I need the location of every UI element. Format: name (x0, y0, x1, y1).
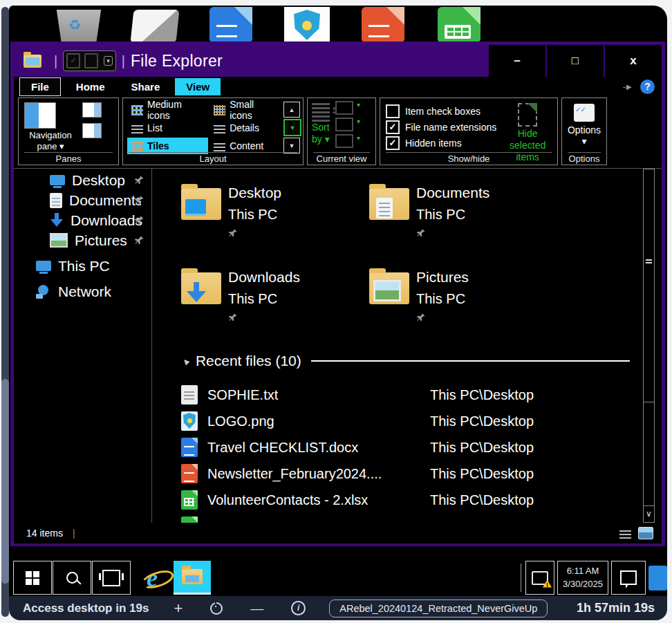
hidden-items-checkbox[interactable]: ✓ Hidden items (386, 135, 496, 151)
recent-files-header[interactable]: ▲ Recent files (10) (181, 350, 662, 372)
file-row[interactable]: Newsletter_February2024.... This PC\Desk… (181, 461, 662, 487)
sidebar-item-desktop[interactable]: Desktop (14, 170, 151, 190)
qat-properties-icon[interactable]: ✓ (66, 53, 80, 68)
sidebar-item-pictures[interactable]: Pictures (14, 230, 151, 250)
checkbox-icon[interactable] (386, 104, 400, 118)
countdown-label: Access desktop in 19s (23, 602, 149, 615)
pin-icon (416, 313, 426, 322)
layout-group-label: Layout (129, 152, 297, 164)
details-pane-icon[interactable] (82, 123, 102, 138)
file-row-partial[interactable] (181, 513, 662, 523)
power-button[interactable] (210, 602, 223, 615)
session-id-badge[interactable]: ARebel_20240124_Retracted_NeverGiveUp (329, 599, 548, 617)
folder-tile-documents[interactable]: Documents This PC (369, 178, 557, 248)
size-columns-icon[interactable] (335, 134, 353, 148)
tab-home[interactable]: Home (65, 78, 116, 95)
start-button[interactable] (13, 561, 52, 595)
layout-scroll-up-button[interactable]: ▲ (283, 102, 300, 118)
checkbox-icon[interactable]: ✓ (386, 136, 400, 150)
action-center-button[interactable] (611, 561, 646, 595)
sidebar-item-downloads[interactable]: Downloads (14, 210, 151, 230)
layout-small-icons[interactable]: Small icons (209, 102, 281, 118)
zoom-in-button[interactable]: + (174, 599, 183, 617)
maximize-button[interactable]: □ (547, 45, 604, 77)
panes-group-label: Panes (24, 152, 113, 164)
page-scrollbar-thumb[interactable] (1, 379, 9, 584)
list-scrollbar-thumb[interactable] (644, 169, 654, 402)
search-icon (66, 572, 78, 584)
file-row[interactable]: SOPHIE.txt This PC\Desktop (181, 382, 662, 408)
qat-newfolder-icon[interactable] (84, 53, 98, 68)
zoom-out-button[interactable]: — (250, 601, 263, 616)
hardware-warning-tray-icon[interactable] (525, 561, 554, 595)
tab-share[interactable]: Share (120, 78, 171, 95)
layout-more-button[interactable]: ▼ (283, 138, 300, 154)
tab-file[interactable]: File (19, 77, 61, 96)
folder-icon (369, 188, 409, 220)
sidebar-item-documents[interactable]: Documents (14, 190, 151, 210)
notepad-file-icon[interactable] (127, 7, 183, 43)
windows-logo-icon (26, 571, 39, 585)
details-view-icon[interactable] (619, 528, 631, 539)
docx-file-icon (181, 438, 198, 457)
search-button[interactable] (53, 561, 91, 595)
file-row[interactable]: LOGO.png This PC\Desktop (181, 408, 662, 434)
pin-icon (134, 175, 144, 185)
checkbox-icon[interactable]: ✓ (386, 120, 400, 134)
downloads-badge-icon (187, 282, 206, 304)
titlebar[interactable]: | ✓ ▾ | File Explorer – □ x (14, 45, 662, 77)
show-desktop-tile[interactable] (648, 566, 667, 591)
page-scrollbar-track[interactable] (1, 7, 9, 617)
tab-view[interactable]: View (175, 78, 221, 95)
folder-tile-pictures[interactable]: Pictures This PC (369, 263, 557, 332)
preview-pane-icon[interactable] (82, 102, 102, 118)
file-name-extensions-checkbox[interactable]: ✓ File name extensions (386, 119, 496, 135)
internet-explorer-button[interactable]: e (131, 561, 173, 595)
scroll-down-button[interactable]: ∨ (644, 505, 654, 522)
close-button[interactable]: x (605, 45, 662, 77)
thumbnail-view-icon[interactable] (638, 527, 653, 539)
list-icon (131, 123, 143, 133)
txt-file-icon (181, 385, 198, 405)
pin-ribbon-icon[interactable]: -► (623, 82, 632, 92)
explorer-main: Desktop Documents Downloads Pictures Thi (14, 168, 662, 523)
sidebar-item-this-pc[interactable]: This PC (14, 256, 151, 276)
internet-explorer-icon: e (147, 566, 158, 591)
file-explorer-taskbar-button[interactable] (174, 561, 211, 595)
layout-details[interactable]: Details (209, 120, 281, 136)
file-row[interactable]: VolunteerContacts - 2.xlsx This PC\Deskt… (181, 487, 662, 513)
folder-icon (181, 188, 221, 220)
collapse-triangle-icon[interactable]: ▲ (179, 354, 193, 368)
add-columns-icon[interactable] (335, 118, 353, 131)
quick-access-toolbar[interactable]: ✓ ▾ (63, 50, 116, 71)
folder-tile-desktop[interactable]: Desktop This PC (181, 178, 369, 248)
red-document-icon[interactable] (355, 7, 411, 43)
layout-scroll-down-button[interactable]: ▼ (283, 119, 301, 136)
list-scrollbar-track[interactable]: ∨ (643, 169, 655, 523)
item-check-boxes-checkbox[interactable]: Item check boxes (386, 103, 496, 119)
help-icon[interactable]: ? (640, 80, 655, 94)
clock-tray[interactable]: 6:11 AM3/30/2025 (557, 561, 608, 595)
sidebar-item-network[interactable]: Network (14, 281, 151, 301)
minimize-button[interactable]: – (489, 45, 545, 77)
layout-medium-icons[interactable]: Medium icons (127, 102, 208, 118)
blue-document-icon[interactable] (203, 7, 259, 43)
task-view-button[interactable] (92, 561, 131, 595)
recycle-bin-icon[interactable] (50, 7, 107, 43)
green-spreadsheet-icon[interactable] (431, 7, 487, 43)
shield-logo-icon[interactable] (279, 7, 335, 43)
file-row[interactable]: Travel CHECKLIST.docx This PC\Desktop (181, 434, 662, 461)
window-title: File Explorer (131, 52, 223, 71)
tray-separator (521, 564, 521, 592)
desktop-badge-icon (185, 199, 206, 216)
qat-customize-icon[interactable]: ▾ (104, 56, 113, 66)
file-explorer-icon (182, 569, 203, 584)
layout-list[interactable]: List (127, 120, 208, 136)
titlebar-separator: | (54, 53, 57, 69)
group-by-icon[interactable] (335, 101, 353, 115)
info-button[interactable]: i (291, 601, 306, 615)
options-button[interactable]: Options▾ (562, 104, 606, 147)
folder-tile-downloads[interactable]: Downloads This PC (181, 263, 369, 332)
show-hide-group-label: Show/hide (386, 152, 552, 164)
pin-icon (134, 195, 144, 205)
